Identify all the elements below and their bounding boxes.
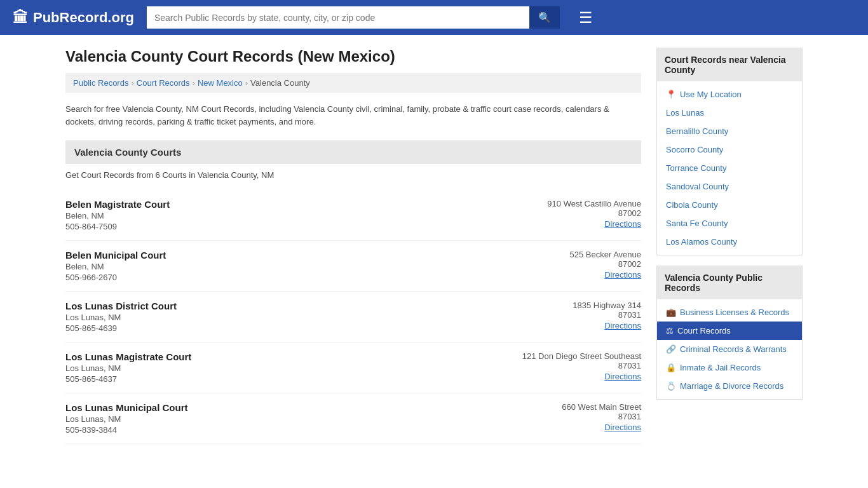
breadcrumb-public-records[interactable]: Public Records xyxy=(73,78,128,88)
public-records-title: Valencia County Public Records xyxy=(657,266,802,299)
use-location-item[interactable]: 📍 Use My Location xyxy=(657,85,802,104)
pr-label-4: Marriage & Divorce Records xyxy=(680,381,783,391)
logo-text: PubRecord.org xyxy=(33,10,134,26)
court-addr-line2-2: 87031 xyxy=(573,310,641,320)
nearby-item-2[interactable]: Socorro County xyxy=(657,140,802,159)
nearby-item-6[interactable]: Santa Fe County xyxy=(657,214,802,233)
breadcrumb: Public Records › Court Records › New Mex… xyxy=(65,73,641,93)
court-name-1: Belen Municipal Court xyxy=(65,250,166,261)
nearby-item-1[interactable]: Bernalillo County xyxy=(657,122,802,140)
public-records-content: 💼Business Licenses & Records⚖Court Recor… xyxy=(657,299,802,399)
nearby-item-7[interactable]: Los Alamos County xyxy=(657,233,802,251)
court-addr-line2-1: 87002 xyxy=(569,259,641,269)
public-records-item-2[interactable]: 🔗Criminal Records & Warrants xyxy=(657,340,802,358)
nearby-item-4[interactable]: Sandoval County xyxy=(657,177,802,196)
pr-label-3: Inmate & Jail Records xyxy=(680,363,761,372)
court-info-1: Belen Municipal Court Belen, NM 505-966-… xyxy=(65,250,166,282)
logo-icon: 🏛 xyxy=(13,9,28,27)
court-addr-line2-4: 87031 xyxy=(562,412,641,421)
nearby-item-0[interactable]: Los Lunas xyxy=(657,104,802,122)
public-records-items-list: 💼Business Licenses & Records⚖Court Recor… xyxy=(657,303,802,395)
pr-label-0: Business Licenses & Records xyxy=(680,308,789,317)
court-listing-3: Los Lunas Magistrate Court Los Lunas, NM… xyxy=(65,342,641,393)
court-phone-1: 505-966-2670 xyxy=(65,273,166,282)
public-records-item-4[interactable]: 💍Marriage & Divorce Records xyxy=(657,377,802,395)
court-name-0: Belen Magistrate Court xyxy=(65,199,170,210)
court-addr-line1-2: 1835 Highway 314 xyxy=(573,301,641,310)
court-addr-line1-0: 910 West Castillo Avenue xyxy=(547,199,641,208)
court-listings: Belen Magistrate Court Belen, NM 505-864… xyxy=(65,190,641,444)
court-info-2: Los Lunas District Court Los Lunas, NM 5… xyxy=(65,301,177,333)
court-address-1: 525 Becker Avenue 87002 Directions xyxy=(569,250,641,282)
breadcrumb-current: Valencia County xyxy=(250,78,310,88)
court-listing-0: Belen Magistrate Court Belen, NM 505-864… xyxy=(65,190,641,241)
main-container: Valencia County Court Records (New Mexic… xyxy=(53,35,815,457)
pr-icon-1: ⚖ xyxy=(666,326,674,336)
pr-label-2: Criminal Records & Warrants xyxy=(680,344,787,354)
public-records-item-1[interactable]: ⚖Court Records xyxy=(657,322,802,340)
court-address-4: 660 West Main Street 87031 Directions xyxy=(562,402,641,435)
sidebar: Court Records near Valencia County 📍 Use… xyxy=(656,48,803,444)
directions-link-0[interactable]: Directions xyxy=(604,219,641,229)
nearby-item-3[interactable]: Torrance County xyxy=(657,159,802,177)
pr-icon-2: 🔗 xyxy=(666,344,676,354)
location-icon: 📍 xyxy=(666,90,676,99)
pr-label-1: Court Records xyxy=(677,326,731,336)
pr-icon-4: 💍 xyxy=(666,381,676,391)
site-logo[interactable]: 🏛 PubRecord.org xyxy=(13,9,134,27)
nearby-content: 📍 Use My Location Los LunasBernalillo Co… xyxy=(657,81,802,255)
page-description: Search for free Valencia County, NM Cour… xyxy=(65,103,641,128)
court-listing-4: Los Lunas Municipal Court Los Lunas, NM … xyxy=(65,393,641,444)
public-records-item-0[interactable]: 💼Business Licenses & Records xyxy=(657,303,802,322)
court-name-2: Los Lunas District Court xyxy=(65,301,177,311)
nearby-title: Court Records near Valencia County xyxy=(657,48,802,81)
court-info-4: Los Lunas Municipal Court Los Lunas, NM … xyxy=(65,402,188,435)
court-info-0: Belen Magistrate Court Belen, NM 505-864… xyxy=(65,199,170,231)
court-name-3: Los Lunas Magistrate Court xyxy=(65,351,191,362)
court-phone-3: 505-865-4637 xyxy=(65,374,191,384)
court-phone-0: 505-864-7509 xyxy=(65,222,170,231)
court-addr-line1-3: 121 Don Diego Street Southeast xyxy=(522,351,641,361)
directions-link-3[interactable]: Directions xyxy=(604,372,641,381)
court-city-3: Los Lunas, NM xyxy=(65,363,191,373)
breadcrumb-sep-1: › xyxy=(131,78,133,88)
site-header: 🏛 PubRecord.org 🔍 ☰ xyxy=(0,0,868,35)
pr-icon-0: 💼 xyxy=(666,308,676,317)
court-city-2: Los Lunas, NM xyxy=(65,313,177,322)
section-header: Valencia County Courts xyxy=(65,140,641,164)
breadcrumb-sep-3: › xyxy=(245,78,248,88)
court-addr-line2-0: 87002 xyxy=(547,208,641,218)
court-addr-line1-4: 660 West Main Street xyxy=(562,402,641,412)
directions-link-2[interactable]: Directions xyxy=(604,321,641,330)
nearby-item-5[interactable]: Cibola County xyxy=(657,196,802,214)
court-address-3: 121 Don Diego Street Southeast 87031 Dir… xyxy=(522,351,641,384)
court-addr-line2-3: 87031 xyxy=(522,361,641,370)
court-address-0: 910 West Castillo Avenue 87002 Direction… xyxy=(547,199,641,231)
court-addr-line1-1: 525 Becker Avenue xyxy=(569,250,641,259)
court-address-2: 1835 Highway 314 87031 Directions xyxy=(573,301,641,333)
content-area: Valencia County Court Records (New Mexic… xyxy=(65,48,641,444)
search-input[interactable] xyxy=(147,6,529,29)
nearby-items-list: Los LunasBernalillo CountySocorro County… xyxy=(657,104,802,251)
court-phone-2: 505-865-4639 xyxy=(65,323,177,333)
court-name-4: Los Lunas Municipal Court xyxy=(65,402,188,413)
hamburger-menu-icon[interactable]: ☰ xyxy=(579,9,593,27)
search-button[interactable]: 🔍 xyxy=(529,6,560,29)
nearby-box: Court Records near Valencia County 📍 Use… xyxy=(656,48,803,255)
breadcrumb-court-records[interactable]: Court Records xyxy=(137,78,190,88)
breadcrumb-new-mexico[interactable]: New Mexico xyxy=(198,78,243,88)
court-info-3: Los Lunas Magistrate Court Los Lunas, NM… xyxy=(65,351,191,384)
directions-link-4[interactable]: Directions xyxy=(604,423,641,432)
court-listing-2: Los Lunas District Court Los Lunas, NM 5… xyxy=(65,292,641,342)
public-records-item-3[interactable]: 🔒Inmate & Jail Records xyxy=(657,358,802,377)
directions-link-1[interactable]: Directions xyxy=(604,270,641,280)
court-city-1: Belen, NM xyxy=(65,262,166,271)
breadcrumb-sep-2: › xyxy=(193,78,195,88)
page-title: Valencia County Court Records (New Mexic… xyxy=(65,48,641,65)
court-listing-1: Belen Municipal Court Belen, NM 505-966-… xyxy=(65,241,641,292)
court-city-4: Los Lunas, NM xyxy=(65,414,188,424)
search-form: 🔍 xyxy=(147,6,560,29)
use-location-label: Use My Location xyxy=(680,90,742,99)
public-records-box: Valencia County Public Records 💼Business… xyxy=(656,266,803,400)
court-city-0: Belen, NM xyxy=(65,211,170,220)
